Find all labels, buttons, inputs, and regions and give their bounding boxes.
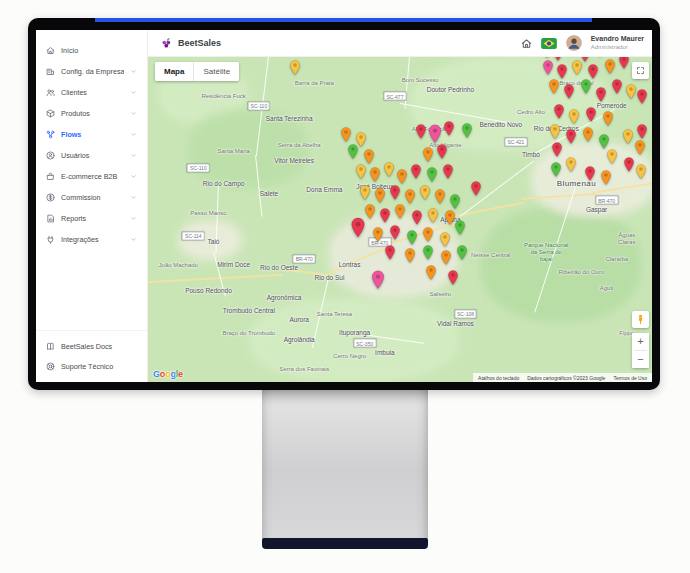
terms-link[interactable]: Termos de Uso bbox=[613, 375, 647, 381]
brand[interactable]: BeetSales bbox=[160, 37, 221, 50]
topbar-right: Evandro Maurer Administrador bbox=[521, 35, 644, 51]
map-pin-green[interactable] bbox=[581, 79, 592, 98]
sidebar-item-usuarios[interactable]: Usuários bbox=[36, 145, 147, 166]
map-pin-red[interactable] bbox=[470, 181, 481, 200]
sidebar-item-beetsales-docs[interactable]: BeetSales Docs bbox=[36, 336, 147, 356]
app-window: InícioConfig. da EmpresaClientesProdutos… bbox=[36, 30, 652, 382]
map-pin-red[interactable] bbox=[447, 270, 458, 289]
user-menu[interactable]: Evandro Maurer Administrador bbox=[591, 35, 644, 51]
map-pin-red[interactable] bbox=[412, 210, 423, 229]
sidebar-item-reports[interactable]: Reports bbox=[36, 208, 147, 229]
map-pin-green[interactable] bbox=[454, 220, 465, 239]
map-pin-red[interactable] bbox=[585, 166, 596, 185]
map-pin-red[interactable] bbox=[612, 79, 623, 98]
map-pin-yellow[interactable] bbox=[607, 149, 618, 168]
sidebar-item-flows[interactable]: Flows bbox=[36, 124, 147, 145]
map-pin-orange[interactable] bbox=[422, 227, 433, 246]
map-pin-green[interactable] bbox=[456, 245, 467, 264]
map-pin-green[interactable] bbox=[407, 230, 418, 249]
zoom-in-button[interactable]: + bbox=[632, 333, 649, 350]
sidebar-item-produtos[interactable]: Produtos bbox=[36, 103, 147, 124]
map-pin-red[interactable] bbox=[636, 89, 647, 108]
map-pin-orange[interactable] bbox=[603, 111, 614, 130]
sidebar-item-commission[interactable]: Commission bbox=[36, 187, 147, 208]
map-pin-green[interactable] bbox=[461, 123, 472, 142]
map-pin-orange[interactable] bbox=[405, 189, 416, 208]
map-pin-red[interactable] bbox=[389, 185, 400, 204]
brazil-flag-icon[interactable] bbox=[541, 38, 557, 49]
fullscreen-button[interactable] bbox=[632, 62, 649, 79]
map-pin-green[interactable] bbox=[348, 144, 359, 163]
map-pin-red[interactable] bbox=[552, 142, 563, 161]
map-pin-orange[interactable] bbox=[405, 248, 416, 267]
map-pin-red[interactable] bbox=[436, 144, 447, 163]
map-pin-yellow[interactable] bbox=[550, 124, 561, 143]
map-pin-yellow[interactable] bbox=[625, 84, 636, 103]
avatar[interactable] bbox=[566, 35, 582, 51]
satellite-view-button[interactable]: Satélite bbox=[193, 62, 239, 81]
map-pin-orange[interactable] bbox=[583, 127, 594, 146]
sidebar-item-label: Usuários bbox=[61, 151, 124, 160]
sidebar-item-inicio[interactable]: Início bbox=[36, 40, 147, 61]
map-pin-green[interactable] bbox=[551, 162, 562, 181]
sidebar-item-suporte-tecnico[interactable]: Suporte Técnico bbox=[36, 356, 147, 376]
map-pin-orange[interactable] bbox=[374, 188, 385, 207]
map-pin-red[interactable] bbox=[351, 217, 366, 243]
map-view-button[interactable]: Mapa bbox=[155, 62, 193, 81]
map-pin-red[interactable] bbox=[411, 164, 422, 183]
map-pin-pink[interactable] bbox=[543, 60, 554, 79]
map-pin-orange[interactable] bbox=[373, 227, 384, 246]
pegman-button[interactable] bbox=[632, 311, 649, 328]
home-icon[interactable] bbox=[521, 38, 532, 49]
keyboard-shortcuts-link[interactable]: Atalhos do teclado bbox=[478, 375, 519, 381]
sidebar-item-label: Reports bbox=[61, 214, 124, 223]
map-pin-red[interactable] bbox=[596, 87, 607, 106]
map-pin-yellow[interactable] bbox=[623, 129, 634, 148]
map-pin-orange[interactable] bbox=[434, 189, 445, 208]
map-pin-red[interactable] bbox=[619, 57, 630, 73]
map-pin-green[interactable] bbox=[422, 245, 433, 264]
chevron-down-icon bbox=[130, 215, 137, 222]
map-pin-orange[interactable] bbox=[605, 59, 616, 78]
map-pin-orange[interactable] bbox=[365, 204, 376, 223]
map-pin-yellow[interactable] bbox=[427, 208, 438, 227]
map-pin-red[interactable] bbox=[416, 124, 427, 143]
map-pin-red[interactable] bbox=[566, 129, 577, 148]
map-pin-orange[interactable] bbox=[440, 250, 451, 269]
map-pin-yellow[interactable] bbox=[289, 60, 300, 79]
map-pin-red[interactable] bbox=[389, 225, 400, 244]
map-pin-yellow[interactable] bbox=[566, 157, 577, 176]
map-pin-yellow[interactable] bbox=[439, 232, 450, 251]
map-pin-yellow[interactable] bbox=[356, 164, 367, 183]
map-pin-red[interactable] bbox=[554, 104, 565, 123]
sidebar-item-clientes[interactable]: Clientes bbox=[36, 82, 147, 103]
map-canvas[interactable]: Residência FuckBarra da PrataBom Sucesso… bbox=[148, 57, 652, 382]
sidebar-item-integracoes[interactable]: Integrações bbox=[36, 229, 147, 250]
sidebar-item-config-da-empresa[interactable]: Config. da Empresa bbox=[36, 61, 147, 82]
map-pin-orange[interactable] bbox=[422, 147, 433, 166]
map-pin-orange[interactable] bbox=[601, 170, 612, 189]
map-pin-red[interactable] bbox=[442, 164, 453, 183]
sidebar-item-label: Commission bbox=[61, 193, 124, 202]
map-pin-red[interactable] bbox=[586, 107, 597, 126]
map-pin-yellow[interactable] bbox=[569, 109, 580, 128]
map-pin-green[interactable] bbox=[426, 167, 437, 186]
sidebar-item-e-commerce-b2b[interactable]: E-commerce B2B bbox=[36, 166, 147, 187]
map-pin-red[interactable] bbox=[564, 84, 575, 103]
map-pin-red[interactable] bbox=[384, 245, 395, 264]
map-pin-pink[interactable] bbox=[371, 270, 385, 294]
map-pin-orange[interactable] bbox=[425, 265, 436, 284]
map-pin-yellow[interactable] bbox=[383, 162, 394, 181]
map-pin-yellow[interactable] bbox=[360, 185, 371, 204]
map-pin-yellow[interactable] bbox=[419, 185, 430, 204]
map-pin-orange[interactable] bbox=[395, 204, 406, 223]
map-pin-yellow[interactable] bbox=[635, 164, 646, 183]
zoom-out-button[interactable]: − bbox=[632, 351, 649, 368]
map-pin-orange[interactable] bbox=[549, 79, 560, 98]
map-pin-red[interactable] bbox=[624, 157, 635, 176]
map-pin-red[interactable] bbox=[443, 121, 454, 140]
map-pin-orange[interactable] bbox=[370, 167, 381, 186]
map-pin-yellow[interactable] bbox=[572, 60, 583, 79]
clients-icon bbox=[46, 88, 55, 97]
map-pin-orange[interactable] bbox=[634, 140, 645, 159]
